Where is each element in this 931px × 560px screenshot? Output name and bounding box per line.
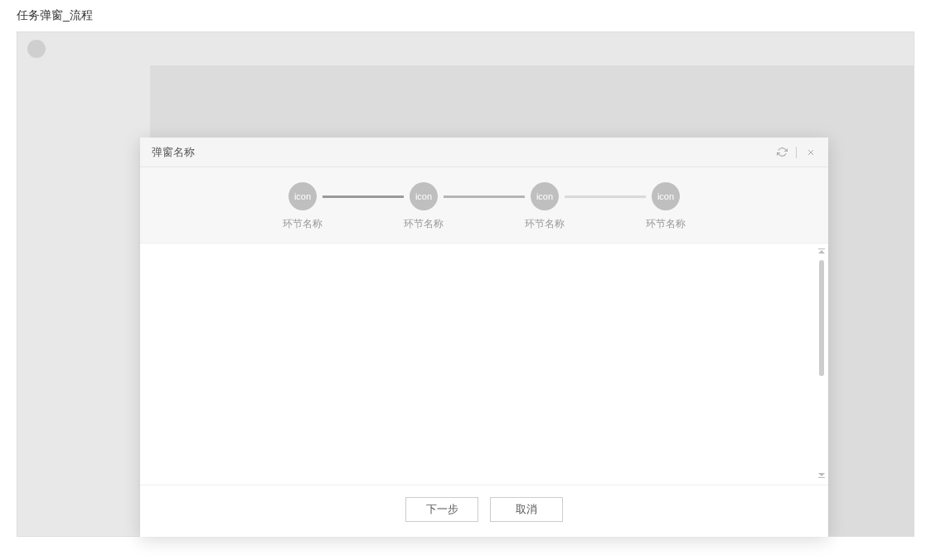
page-title: 任务弹窗_流程 <box>0 0 931 31</box>
step-4[interactable]: icon 环节名称 <box>646 182 686 231</box>
step-label: 环节名称 <box>646 217 686 231</box>
step-label: 环节名称 <box>404 217 444 231</box>
step-connector <box>444 196 525 198</box>
step-icon: icon <box>410 182 438 210</box>
close-icon[interactable] <box>805 147 817 158</box>
step-2[interactable]: icon 环节名称 <box>404 182 444 231</box>
modal-header: 弹窗名称 <box>140 138 828 167</box>
modal-title: 弹窗名称 <box>152 145 195 160</box>
svg-rect-5 <box>818 477 825 478</box>
step-label: 环节名称 <box>525 217 565 231</box>
scroll-thumb[interactable] <box>819 260 824 376</box>
steps-area: icon 环节名称 icon 环节名称 icon 环节名称 icon 环节名称 <box>140 167 828 244</box>
cancel-button[interactable]: 取消 <box>490 497 563 522</box>
step-icon: icon <box>531 182 559 210</box>
step-1[interactable]: icon 环节名称 <box>283 182 322 231</box>
header-divider <box>796 147 797 158</box>
step-connector <box>322 196 404 198</box>
scroll-up-icon[interactable] <box>817 249 826 257</box>
step-label: 环节名称 <box>283 217 322 231</box>
topbar <box>17 32 914 65</box>
svg-rect-3 <box>818 249 825 249</box>
step-3[interactable]: icon 环节名称 <box>525 182 565 231</box>
svg-marker-2 <box>818 250 825 253</box>
steps-row: icon 环节名称 icon 环节名称 icon 环节名称 icon 环节名称 <box>140 182 828 231</box>
next-button[interactable]: 下一步 <box>405 497 478 522</box>
step-connector <box>565 196 646 198</box>
scrollbar[interactable] <box>818 249 825 480</box>
svg-marker-4 <box>818 473 825 476</box>
app-frame: 弹窗名称 ico <box>17 31 914 537</box>
modal-body <box>140 244 828 485</box>
avatar <box>27 40 46 58</box>
step-icon: icon <box>652 182 680 210</box>
modal-header-actions <box>776 147 817 158</box>
modal-footer: 下一步 取消 <box>140 485 828 537</box>
refresh-icon[interactable] <box>776 147 788 158</box>
sidebar <box>17 65 150 536</box>
task-modal: 弹窗名称 ico <box>140 138 828 537</box>
scroll-down-icon[interactable] <box>817 471 826 480</box>
step-icon: icon <box>289 182 317 210</box>
